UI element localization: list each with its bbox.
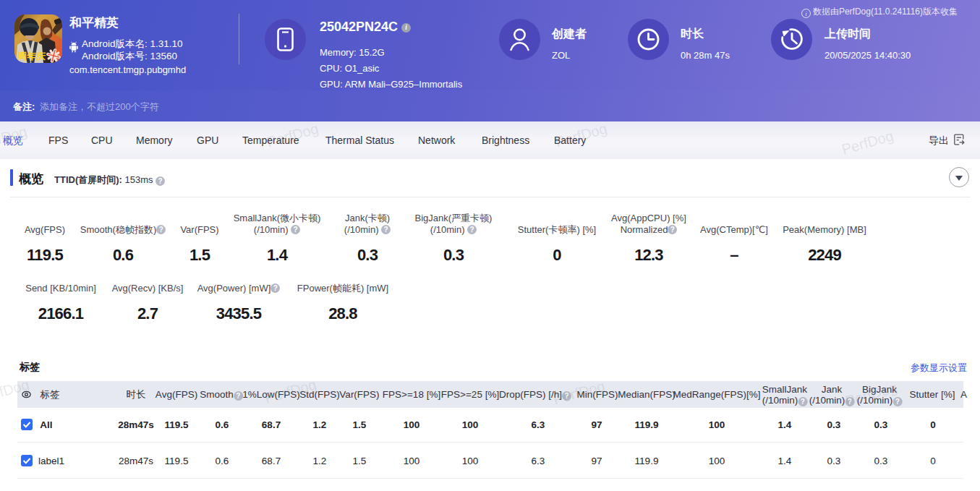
svg-text:周年庆: 周年庆 [17, 51, 46, 61]
